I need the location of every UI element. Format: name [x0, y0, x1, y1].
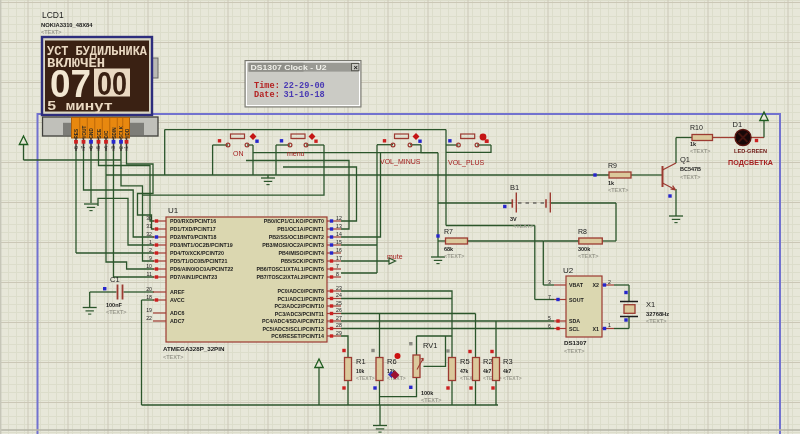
svg-text:SCL: SCL [569, 326, 580, 332]
svg-text:<TEXT>: <TEXT> [106, 309, 126, 315]
svg-text:00: 00 [97, 64, 127, 102]
svg-text:SCLK: SCLK [119, 125, 124, 138]
svg-text:19: 19 [146, 307, 152, 313]
svg-text:VOUT: VOUT [82, 126, 87, 139]
svg-text:DS1307: DS1307 [564, 339, 587, 346]
svg-text:ПОДСВЕТКА: ПОДСВЕТКА [728, 158, 773, 167]
svg-text:24: 24 [336, 292, 342, 298]
svg-text:PD4/T0/XCK/PCINT20: PD4/T0/XCK/PCINT20 [170, 250, 224, 256]
svg-text:2: 2 [149, 247, 152, 253]
svg-text:29: 29 [336, 330, 342, 336]
svg-text:3V: 3V [510, 216, 517, 222]
svg-text:menu: menu [287, 150, 305, 157]
svg-text:<TEXT>: <TEXT> [690, 148, 710, 154]
svg-text:D/C: D/C [104, 130, 109, 139]
svg-text:20: 20 [146, 286, 152, 292]
svg-text:12: 12 [336, 215, 342, 221]
svg-text:R8: R8 [578, 228, 587, 235]
svg-text:VDD: VDD [125, 128, 130, 138]
svg-text:PD2/INT0/PCINT18: PD2/INT0/PCINT18 [170, 234, 217, 240]
svg-text:PD7/AIN1/PCINT23: PD7/AIN1/PCINT23 [170, 274, 217, 280]
svg-text:RES: RES [74, 129, 79, 138]
svg-text:PD3/INT1/OC2B/PCINT19: PD3/INT1/OC2B/PCINT19 [170, 242, 233, 248]
svg-text:<TEXT>: <TEXT> [421, 397, 441, 403]
svg-text:16: 16 [336, 247, 342, 253]
svg-text:PB0/ICP1/CLKO/PCINT0: PB0/ICP1/CLKO/PCINT0 [264, 218, 324, 224]
svg-text:10k: 10k [356, 368, 365, 374]
svg-text:1: 1 [149, 239, 152, 245]
svg-text:23: 23 [336, 285, 342, 291]
svg-text:3: 3 [548, 279, 551, 285]
svg-text:R6: R6 [387, 357, 397, 366]
svg-text:PB2/SS/OC1B/PCINT2: PB2/SS/OC1B/PCINT2 [269, 234, 324, 240]
svg-text:5: 5 [548, 315, 551, 321]
svg-text:27: 27 [336, 315, 342, 321]
svg-text:<TEXT>: <TEXT> [503, 375, 522, 381]
svg-text:3: 3 [112, 146, 117, 149]
svg-text:1: 1 [125, 146, 130, 149]
svg-text:26: 26 [336, 307, 342, 313]
svg-text:Q1: Q1 [680, 155, 690, 164]
svg-text:31-10-18: 31-10-18 [284, 90, 325, 100]
svg-text:<TEXT>: <TEXT> [356, 375, 375, 381]
svg-text:NOKIA3310_48X84: NOKIA3310_48X84 [41, 22, 93, 28]
svg-text:<TEXT>: <TEXT> [680, 174, 700, 180]
svg-text:7: 7 [82, 146, 87, 149]
svg-text:AVCC: AVCC [170, 297, 185, 303]
svg-text:LCD1: LCD1 [42, 10, 64, 20]
svg-text:14: 14 [336, 231, 342, 237]
svg-text:7: 7 [548, 294, 551, 300]
svg-text:BC547B: BC547B [680, 166, 701, 172]
svg-text:PC6/RESET/PCINT14: PC6/RESET/PCINT14 [271, 333, 324, 339]
svg-text:<TEXT>: <TEXT> [608, 187, 628, 193]
svg-text:R9: R9 [608, 162, 617, 169]
svg-text:<TEXT>: <TEXT> [578, 253, 598, 259]
svg-text:8: 8 [74, 146, 79, 149]
svg-text:4k7: 4k7 [483, 368, 492, 374]
svg-text:PB3/MOSI/OC2A/PCINT3: PB3/MOSI/OC2A/PCINT3 [262, 242, 324, 248]
svg-text:ON: ON [233, 150, 244, 157]
svg-text:PC2/ADC2/PCINT10: PC2/ADC2/PCINT10 [275, 303, 325, 309]
svg-text:PB1/OC1A/PCINT1: PB1/OC1A/PCINT1 [277, 226, 324, 232]
svg-text:ATMEGA328P_32PIN: ATMEGA328P_32PIN [163, 345, 225, 352]
svg-text:AREF: AREF [170, 289, 185, 295]
svg-text:PC4/ADC4/SDA/PCINT12: PC4/ADC4/SDA/PCINT12 [262, 318, 324, 324]
svg-text:PB4/MISO/PCINT4: PB4/MISO/PCINT4 [278, 250, 324, 256]
svg-text:31: 31 [146, 223, 152, 229]
svg-text:8: 8 [336, 271, 339, 277]
svg-text:6: 6 [89, 146, 94, 149]
svg-text:30: 30 [146, 215, 152, 221]
svg-text:PD1/TXD/PCINT17: PD1/TXD/PCINT17 [170, 226, 216, 232]
svg-text:100nF: 100nF [106, 302, 123, 308]
svg-text:X1: X1 [646, 300, 655, 309]
svg-text:<TEXT>: <TEXT> [163, 354, 183, 360]
svg-text:17: 17 [336, 255, 342, 261]
svg-text:PC5/ADC5/SCL/PCINT13: PC5/ADC5/SCL/PCINT13 [262, 326, 324, 332]
svg-text:R1: R1 [356, 357, 366, 366]
svg-text:SDA: SDA [569, 318, 580, 324]
svg-text:SOUT: SOUT [569, 297, 584, 303]
svg-text:22: 22 [146, 315, 152, 321]
svg-text:GND: GND [89, 128, 94, 139]
svg-text:28: 28 [336, 322, 342, 328]
svg-text:PC3/ADC3/PCINT11: PC3/ADC3/PCINT11 [275, 311, 324, 317]
svg-text:13: 13 [336, 223, 342, 229]
svg-text:5 минут: 5 минут [47, 99, 113, 114]
svg-text:PC1/ADC1/PCINT9: PC1/ADC1/PCINT9 [277, 296, 324, 302]
svg-text:7: 7 [336, 263, 339, 269]
svg-text:1k: 1k [608, 180, 615, 186]
svg-text:SDIN: SDIN [112, 127, 117, 139]
svg-text:2: 2 [608, 279, 611, 285]
svg-text:PC0/ADC0/PCINT8: PC0/ADC0/PCINT8 [277, 288, 324, 294]
svg-text:47k: 47k [460, 368, 469, 374]
svg-text:DS1307 Clock - U2: DS1307 Clock - U2 [251, 63, 328, 72]
svg-text:100k: 100k [421, 390, 434, 396]
svg-text:mute: mute [387, 253, 403, 260]
svg-text:2: 2 [119, 146, 124, 149]
svg-text:25: 25 [336, 300, 342, 306]
svg-text:X1: X1 [593, 326, 600, 332]
svg-text:ADC6: ADC6 [170, 310, 184, 316]
svg-text:32768Hz: 32768Hz [646, 311, 669, 317]
svg-text:VOL_PLUS: VOL_PLUS [448, 159, 485, 167]
svg-text:R7: R7 [444, 228, 453, 235]
